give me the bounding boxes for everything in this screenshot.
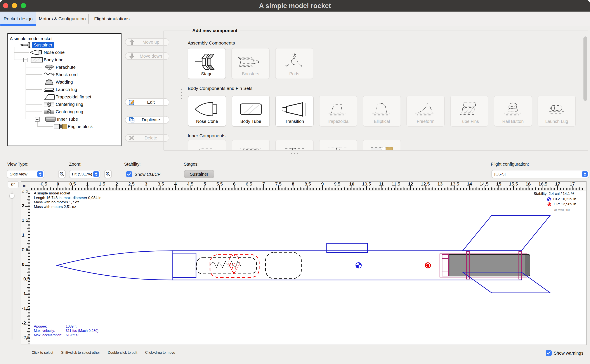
- svg-text:1,5: 1,5: [22, 218, 28, 223]
- add-pods-button[interactable]: Pods: [275, 48, 313, 79]
- add-nose-cone-button[interactable]: Nose Cone: [188, 96, 226, 127]
- tree-item-engine-block[interactable]: Engine block: [53, 123, 93, 130]
- add-boosters-button[interactable]: Boosters: [231, 48, 270, 79]
- boosters-icon: [237, 52, 264, 72]
- add-trapezoidal-fin-button[interactable]: Trapezoidal: [319, 96, 357, 127]
- svg-text:1: 1: [22, 232, 25, 237]
- stage-icon: [193, 52, 221, 72]
- tree-item-label: Parachute: [56, 65, 76, 70]
- apogee-label: Apogee:: [34, 324, 62, 329]
- elliptical-fin-icon: [369, 99, 396, 120]
- openrocket-window: A simple model rocket Rocket design Moto…: [0, 0, 590, 364]
- launch-lug-shape[interactable]: [327, 243, 368, 253]
- tree-item-shock-cord[interactable]: Shock cord: [43, 71, 78, 78]
- tree-item-label: Engine block: [68, 124, 93, 129]
- svg-text:3: 3: [145, 182, 148, 186]
- cg-value-text: CG: 10,229 in: [553, 197, 576, 202]
- split-handle-horizontal[interactable]: [291, 153, 298, 154]
- wadding-icon: [43, 79, 56, 85]
- add-coupler-button[interactable]: [232, 140, 270, 150]
- tree-item-sustainer[interactable]: Sustainer: [19, 41, 54, 49]
- velocity-value: 311 ft/s (Mach 0,280): [62, 329, 99, 333]
- rotation-slider-knob[interactable]: [9, 193, 14, 198]
- hint-shift-click: Shift+click to select other: [61, 351, 100, 355]
- tab-divider: [88, 14, 89, 24]
- add-bulkhead-button[interactable]: [319, 140, 357, 150]
- rocket-length-text: Length 16,748 in, max. diameter 0,984 in: [34, 196, 101, 200]
- coupler-icon: [237, 143, 264, 150]
- svg-text:15: 15: [496, 182, 502, 186]
- duplicate-button[interactable]: Duplicate: [125, 116, 169, 124]
- show-cgcp-checkbox[interactable]: [126, 171, 132, 177]
- apogee-value: 1039 ft: [62, 324, 99, 329]
- rotation-angle-spinner[interactable]: 0°: [8, 181, 19, 188]
- add-rail-button-button[interactable]: Rail Button: [494, 96, 532, 127]
- collapse-toggle-inner-tube[interactable]: [35, 117, 40, 122]
- centering-ring-icon: [43, 109, 56, 115]
- svg-text:14,5: 14,5: [480, 182, 489, 186]
- stability-label: Stability:: [124, 162, 141, 167]
- stage-icon: [19, 42, 32, 48]
- tree-item-launch-lug[interactable]: Launch lug: [43, 86, 77, 93]
- flight-data-block: Apogee:1039 ft Max. velocity:311 ft/s (M…: [34, 324, 99, 337]
- tree-item-nose-cone[interactable]: Nose cone: [30, 49, 65, 56]
- view-type-select[interactable]: Side view: [7, 170, 44, 178]
- zoom-label: Zoom:: [69, 162, 81, 167]
- svg-text:15,5: 15,5: [509, 182, 518, 186]
- stages-label: Stages:: [184, 162, 199, 167]
- acceleration-label: Max. acceleration:: [34, 333, 62, 337]
- engine-block-shape[interactable]: [442, 254, 448, 276]
- canvas-scrollbar-track: [583, 182, 583, 344]
- comp-button-label: Elliptical: [363, 119, 401, 124]
- add-transition-button[interactable]: Transition: [275, 96, 314, 127]
- nose-shoulder-shape[interactable]: [173, 253, 196, 278]
- upper-fin-shape[interactable]: [463, 215, 550, 251]
- add-tube-fins-button[interactable]: Tube Fins: [450, 96, 488, 127]
- svg-text:8: 8: [292, 182, 294, 186]
- tree-item-parachute[interactable]: Parachute: [43, 64, 76, 71]
- add-launch-lug-button[interactable]: Launch Lug: [537, 96, 576, 127]
- tree-root-label: A simple model rocket: [10, 36, 53, 41]
- add-body-tube-button[interactable]: Body Tube: [232, 96, 270, 127]
- tree-item-centering-ring-1[interactable]: Centering ring: [43, 101, 83, 108]
- section-assembly-components: Assembly Components: [188, 40, 235, 46]
- section-inner-components: Inner Components: [188, 133, 226, 138]
- rotation-slider-track[interactable]: [12, 191, 13, 340]
- cg-marker: [356, 262, 362, 268]
- delete-button[interactable]: Delete: [125, 134, 169, 142]
- tree-item-body-tube[interactable]: Body tube: [30, 56, 63, 64]
- select-chevrons-icon: [37, 171, 43, 177]
- move-down-button[interactable]: Move down: [125, 52, 169, 60]
- zoom-select[interactable]: Fit (53,1%): [69, 170, 100, 178]
- zoom-out-button[interactable]: [58, 170, 66, 178]
- tree-item-inner-tube[interactable]: Inner Tube: [44, 116, 78, 123]
- stage-sustainer-toggle[interactable]: Sustainer: [184, 170, 214, 178]
- collapse-toggle-body-tube[interactable]: [23, 58, 28, 62]
- add-centering-ring-button[interactable]: [275, 140, 314, 150]
- add-elliptical-fin-button[interactable]: Elliptical: [363, 96, 401, 127]
- tab-motors-configuration[interactable]: Motors & Configuration: [36, 12, 88, 26]
- flight-configuration-select[interactable]: [C6-5]: [491, 170, 589, 178]
- tab-flight-simulations[interactable]: Flight simulations: [88, 12, 135, 26]
- tree-item-trapezoidal-fin-set[interactable]: Trapezoidal fin set: [43, 93, 91, 101]
- add-engine-block-button[interactable]: [363, 140, 401, 150]
- rail-button-icon: [500, 99, 527, 120]
- arrow-up-icon: [128, 39, 135, 46]
- zoom-in-button[interactable]: [104, 170, 112, 178]
- add-freeform-fin-button[interactable]: Freeform: [406, 96, 445, 127]
- hint-click-select: Click to select: [32, 351, 53, 355]
- move-up-button[interactable]: Move up: [125, 39, 169, 46]
- add-stage-button[interactable]: Stage: [188, 48, 226, 79]
- tree-item-wadding[interactable]: Wadding: [43, 78, 73, 86]
- tab-rocket-design[interactable]: Rocket design: [0, 12, 36, 26]
- nose-cone-shape[interactable]: [57, 251, 173, 280]
- svg-text:16,5: 16,5: [538, 182, 547, 186]
- edit-button[interactable]: Edit: [125, 98, 169, 106]
- add-inner-tube-button[interactable]: [188, 140, 226, 150]
- show-warnings-checkbox[interactable]: [546, 350, 552, 356]
- collapse-toggle-sustainer[interactable]: [12, 43, 16, 47]
- tree-item-centering-ring-2[interactable]: Centering ring: [43, 108, 83, 116]
- rocket-design-canvas[interactable]: -0,500,511,522,533,544,555,566,577,588,5…: [21, 181, 586, 345]
- svg-text:0: 0: [22, 262, 25, 267]
- panel-scrollbar-thumb[interactable]: [583, 36, 587, 101]
